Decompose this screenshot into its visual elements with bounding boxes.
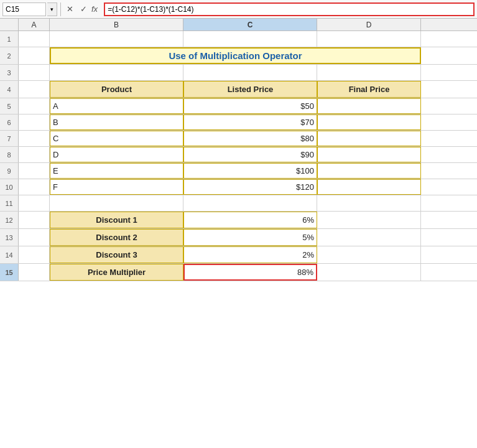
cell-b5[interactable]: A <box>50 98 183 114</box>
cell-d11[interactable] <box>317 195 421 211</box>
cell-a2[interactable] <box>19 47 50 64</box>
row-num-10: 10 <box>0 179 19 195</box>
cell-b14[interactable]: Discount 3 <box>50 246 183 263</box>
cell-a3[interactable] <box>19 65 50 80</box>
cell-b3[interactable] <box>50 65 183 80</box>
cell-ref-dropdown[interactable]: ▾ <box>47 2 57 16</box>
cell-c11[interactable] <box>183 195 317 211</box>
row-6: 6 B $70 <box>0 114 477 131</box>
row-7: 7 C $80 <box>0 131 477 147</box>
cell-ref-box[interactable]: C15 <box>2 2 46 16</box>
cell-a8[interactable] <box>19 147 50 162</box>
cell-d6[interactable] <box>317 114 421 130</box>
cell-c9[interactable]: $100 <box>183 163 317 179</box>
cell-c12[interactable]: 6% <box>183 212 317 228</box>
row-num-header <box>0 19 19 30</box>
row-2: 2 Use of Multiplication Operator <box>0 47 477 65</box>
cell-title[interactable]: Use of Multiplication Operator <box>50 47 421 64</box>
row-num-1: 1 <box>0 31 19 47</box>
row-num-11: 11 <box>0 195 19 211</box>
cell-a11[interactable] <box>19 195 50 211</box>
cell-d1[interactable] <box>317 31 421 47</box>
cell-b6[interactable]: B <box>50 114 183 130</box>
cell-c1[interactable] <box>183 31 317 47</box>
cell-b13[interactable]: Discount 2 <box>50 229 183 246</box>
cell-b9[interactable]: E <box>50 163 183 179</box>
cell-d12[interactable] <box>317 212 421 228</box>
cancel-icon[interactable]: ✕ <box>64 4 75 14</box>
row-12: 12 Discount 1 6% <box>0 212 477 229</box>
cell-a14[interactable] <box>19 246 50 263</box>
row-num-9: 9 <box>0 163 19 179</box>
formula-input[interactable] <box>104 2 475 16</box>
row-5: 5 A $50 <box>0 98 477 114</box>
cell-a1[interactable] <box>19 31 50 47</box>
cell-b7[interactable]: C <box>50 131 183 146</box>
cell-ref-label: C15 <box>6 5 19 14</box>
cell-c3[interactable] <box>183 65 317 80</box>
cell-b11[interactable] <box>50 195 183 211</box>
cell-d3[interactable] <box>317 65 421 80</box>
row-num-12: 12 <box>0 212 19 228</box>
row-8: 8 D $90 <box>0 147 477 163</box>
cell-d5[interactable] <box>317 98 421 114</box>
cell-d10[interactable] <box>317 179 421 195</box>
cell-c14[interactable]: 2% <box>183 246 317 263</box>
cell-c15[interactable]: 88% <box>183 264 317 281</box>
cell-b1[interactable] <box>50 31 183 47</box>
cell-c7[interactable]: $80 <box>183 131 317 146</box>
row-4: 4 Product Listed Price Final Price <box>0 81 477 98</box>
cell-a4[interactable] <box>19 81 50 98</box>
row-num-6: 6 <box>0 114 19 130</box>
cell-a10[interactable] <box>19 179 50 195</box>
cell-c6[interactable]: $70 <box>183 114 317 130</box>
row-num-5: 5 <box>0 98 19 114</box>
cell-d8[interactable] <box>317 147 421 162</box>
confirm-icon[interactable]: ✓ <box>78 4 89 14</box>
cell-a7[interactable] <box>19 131 50 146</box>
col-header-c[interactable]: C <box>183 19 317 30</box>
row-num-13: 13 <box>0 229 19 246</box>
column-headers: A B C D <box>0 19 477 31</box>
row-num-15: 15 <box>0 264 19 281</box>
formula-icons: ✕ ✓ fx <box>64 4 100 14</box>
row-15: 15 Price Multiplier 88% <box>0 264 477 281</box>
cell-a13[interactable] <box>19 229 50 246</box>
cell-d7[interactable] <box>317 131 421 146</box>
row-num-7: 7 <box>0 131 19 146</box>
cell-d15[interactable] <box>317 264 421 281</box>
cell-d9[interactable] <box>317 163 421 179</box>
cell-a12[interactable] <box>19 212 50 228</box>
cell-a15[interactable] <box>19 264 50 281</box>
cell-b10[interactable]: F <box>50 179 183 195</box>
cell-a5[interactable] <box>19 98 50 114</box>
cell-b4-header[interactable]: Product <box>50 81 183 98</box>
row-3: 3 <box>0 65 477 81</box>
col-header-b[interactable]: B <box>50 19 183 30</box>
row-num-2: 2 <box>0 47 19 64</box>
row-9: 9 E $100 <box>0 163 477 179</box>
cell-c10[interactable]: $120 <box>183 179 317 195</box>
col-header-a[interactable]: A <box>19 19 50 30</box>
cell-d14[interactable] <box>317 246 421 263</box>
row-11: 11 <box>0 195 477 212</box>
cell-b15[interactable]: Price Multiplier <box>50 264 183 281</box>
cell-d4-header[interactable]: Final Price <box>317 81 421 98</box>
cell-c5[interactable]: $50 <box>183 98 317 114</box>
cell-b12[interactable]: Discount 1 <box>50 212 183 228</box>
formula-divider <box>60 2 61 16</box>
cell-c8[interactable]: $90 <box>183 147 317 162</box>
cell-a6[interactable] <box>19 114 50 130</box>
cell-b8[interactable]: D <box>50 147 183 162</box>
cell-d13[interactable] <box>317 229 421 246</box>
row-1: 1 <box>0 31 477 47</box>
cell-a9[interactable] <box>19 163 50 179</box>
cell-c4-header[interactable]: Listed Price <box>183 81 317 98</box>
spreadsheet-grid: 1 2 Use of Multiplication Operator 3 4 P… <box>0 31 477 281</box>
col-header-d[interactable]: D <box>317 19 421 30</box>
row-num-8: 8 <box>0 147 19 162</box>
row-num-3: 3 <box>0 65 19 80</box>
cell-c13[interactable]: 5% <box>183 229 317 246</box>
row-14: 14 Discount 3 2% <box>0 246 477 264</box>
row-num-14: 14 <box>0 246 19 263</box>
